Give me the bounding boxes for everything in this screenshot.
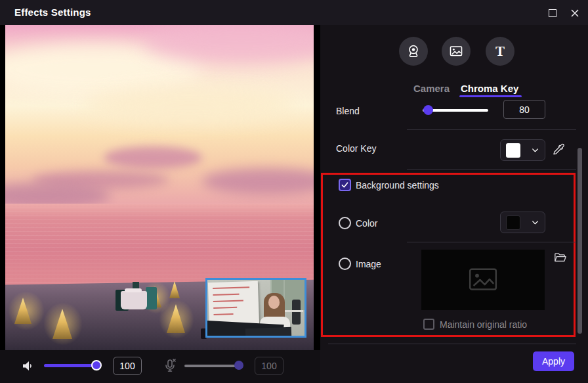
divider bbox=[407, 169, 576, 170]
eyedropper-icon[interactable] bbox=[551, 143, 566, 157]
browse-folder-icon[interactable] bbox=[553, 251, 568, 264]
text-effect-button[interactable]: T bbox=[486, 37, 514, 66]
maximize-button[interactable] bbox=[543, 6, 562, 20]
mic-slider-thumb[interactable] bbox=[234, 361, 243, 370]
whiteboard bbox=[208, 281, 259, 328]
mic-value: 100 bbox=[255, 357, 284, 375]
background-color-swatch bbox=[506, 215, 520, 230]
close-icon bbox=[570, 9, 579, 18]
blend-slider-thumb[interactable] bbox=[423, 105, 433, 115]
check-icon bbox=[341, 181, 349, 189]
mic-slider[interactable] bbox=[184, 365, 242, 367]
background-image-radio[interactable] bbox=[339, 258, 351, 270]
background-color-label: Color bbox=[356, 218, 377, 229]
image-placeholder-icon bbox=[468, 268, 498, 292]
apply-button[interactable]: Apply bbox=[533, 351, 574, 371]
chevron-down-icon bbox=[531, 218, 539, 227]
background-color-dropdown[interactable] bbox=[500, 212, 545, 233]
volume-slider-thumb[interactable] bbox=[91, 360, 102, 371]
titlebar: Effects Settings bbox=[0, 0, 588, 25]
webcam-overlay[interactable] bbox=[205, 278, 306, 338]
side-desk bbox=[284, 310, 303, 312]
blend-value-input[interactable]: 80 bbox=[503, 100, 545, 119]
chevron-down-icon bbox=[531, 146, 539, 154]
close-button[interactable] bbox=[566, 6, 584, 20]
image-effect-button[interactable] bbox=[442, 37, 471, 66]
active-tab-underline bbox=[459, 95, 522, 97]
background-settings-checkbox[interactable] bbox=[339, 179, 351, 191]
dinner-table-silhouette bbox=[109, 277, 165, 315]
divider bbox=[328, 344, 576, 344]
text-icon: T bbox=[495, 43, 505, 60]
blend-label: Blend bbox=[336, 106, 360, 116]
color-key-dropdown[interactable] bbox=[500, 139, 545, 161]
ocean bbox=[5, 204, 314, 286]
background-image-preview[interactable] bbox=[421, 250, 545, 310]
webcam-icon bbox=[406, 43, 421, 59]
window-title: Effects Settings bbox=[14, 7, 91, 18]
speaker-icon bbox=[20, 358, 36, 374]
tab-camera[interactable]: Camera bbox=[413, 83, 450, 94]
background-color-radio[interactable] bbox=[339, 217, 351, 229]
maximize-icon bbox=[549, 9, 556, 17]
tab-chroma-key[interactable]: Chroma Key bbox=[461, 83, 518, 94]
camera-effect-button[interactable] bbox=[399, 37, 428, 66]
image-icon bbox=[448, 43, 464, 59]
background-settings-label: Background settings bbox=[356, 180, 439, 191]
maintain-ratio-label: Maintain original ratio bbox=[440, 319, 527, 330]
divider bbox=[407, 242, 576, 242]
settings-panel: T Camera Chroma Key Blend 80 Color Key B… bbox=[320, 25, 588, 383]
color-key-swatch bbox=[506, 143, 520, 158]
video-preview[interactable] bbox=[5, 25, 314, 350]
mic-muted-icon bbox=[162, 357, 178, 373]
panel-scrollbar[interactable] bbox=[578, 148, 582, 334]
sunset-sky bbox=[5, 25, 314, 205]
maintain-ratio-checkbox[interactable] bbox=[423, 319, 434, 330]
divider bbox=[407, 129, 576, 130]
office-chair bbox=[292, 300, 301, 325]
volume-value[interactable]: 100 bbox=[113, 357, 142, 375]
effects-settings-window: Effects Settings bbox=[0, 0, 588, 383]
background-image-label: Image bbox=[356, 259, 381, 269]
color-key-label: Color Key bbox=[336, 143, 376, 154]
